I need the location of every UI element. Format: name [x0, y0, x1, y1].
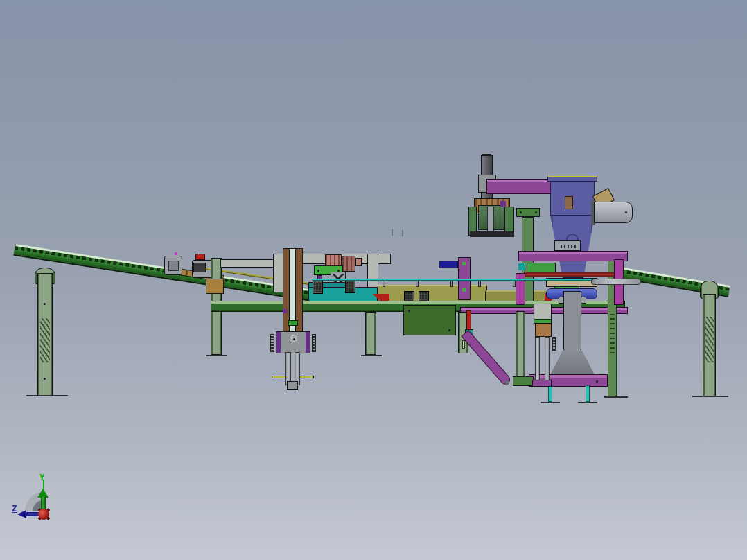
- left-leg-foot-line: [26, 395, 68, 396]
- conveyor-gearmotor-a: [164, 256, 182, 275]
- carriage-bolt: [293, 338, 295, 340]
- linkage-navy-bar: [439, 261, 458, 268]
- servo-motor-block-3: [355, 258, 362, 266]
- spring-bolt-left: [270, 334, 274, 352]
- conveyor-frame-rail: [13, 250, 310, 301]
- gripper-violet-chip: [500, 201, 506, 207]
- gripper-center-slide: [487, 207, 494, 231]
- distant-bolt-tick: [402, 230, 403, 236]
- hopper-upper-box: [550, 181, 595, 216]
- tower-right-foot-line: [604, 396, 628, 398]
- motor-indicator: [175, 252, 177, 255]
- left-conveyor-leg: [37, 273, 53, 396]
- carriage-center-block: [290, 335, 297, 342]
- post-slot: [462, 340, 465, 349]
- box-screw: [448, 329, 450, 331]
- table-guide-post: [478, 280, 481, 287]
- column-green-chip: [288, 320, 298, 326]
- conveyor-end-bracket: [206, 279, 224, 294]
- tower-left-post: [516, 311, 525, 380]
- lift-carriage: [276, 331, 310, 353]
- electrical-box: [403, 305, 456, 335]
- post-green-dot: [462, 288, 466, 292]
- leg-hatch-panel: [40, 318, 50, 362]
- gantry-post-b: [367, 254, 378, 288]
- y-axis-label: Y: [39, 473, 44, 482]
- clamp-beam-upper: [518, 251, 628, 261]
- tower-rod-b: [545, 337, 550, 383]
- post-green-dot: [462, 262, 466, 265]
- anchor-bolt: [548, 385, 552, 402]
- motor-b-gearbox: [193, 263, 206, 272]
- clamp-magenta-left: [516, 273, 525, 305]
- clamp-red-rails: [524, 272, 626, 277]
- rod-end-block: [287, 381, 298, 390]
- box-screw: [408, 310, 410, 312]
- leg-bolt-hole: [44, 303, 46, 305]
- chute-tip: [504, 380, 509, 385]
- column-purple-chip: [283, 309, 287, 313]
- origin-sphere: [38, 509, 49, 520]
- guide-rod-teal: [312, 279, 628, 281]
- clamp-teal-chip: [518, 263, 525, 270]
- carriage-flange: [306, 332, 310, 353]
- motor-face-plate: [168, 261, 179, 271]
- plate-bolt: [535, 211, 537, 213]
- leg-hatch-panel: [705, 317, 714, 362]
- tower-left-foot-plate: [513, 376, 534, 386]
- yellow-crossbar-left: [272, 376, 286, 378]
- lift-rod-right: [295, 352, 300, 385]
- cylinder-port: [625, 211, 627, 213]
- heatsink-motor-1: [313, 281, 323, 294]
- z-axis-arrowhead: [17, 510, 26, 518]
- plate-bolt: [317, 270, 319, 272]
- right-conveyor-leg: [703, 294, 716, 396]
- table-guide-post: [383, 280, 385, 287]
- discharge-chute: [461, 330, 512, 387]
- gripper-base-bar: [470, 231, 514, 237]
- cylinder-tan-block: [535, 323, 552, 337]
- cad-viewport[interactable]: Y Z: [0, 0, 747, 560]
- plate-bolt: [520, 211, 522, 213]
- hopper-access-chip: [565, 196, 573, 209]
- left-incline-conveyor: [13, 244, 311, 301]
- servo-motor-block-2: [342, 256, 355, 272]
- pedestal-base-flare: [549, 350, 596, 378]
- z-axis-label: Z: [12, 505, 17, 513]
- motor-b-cap: [195, 254, 205, 260]
- tower-spring-bolt: [552, 337, 556, 351]
- side-air-cylinder: [594, 202, 633, 223]
- heatsink-motor-2: [345, 280, 355, 293]
- tower-foot-line: [578, 402, 597, 403]
- anchor-bolt: [586, 385, 590, 402]
- control-label-block: [554, 240, 581, 251]
- leg-bolt-hole: [44, 378, 46, 380]
- tower-rod-foot: [532, 380, 552, 387]
- pedestal-column: [563, 291, 581, 355]
- frame-foot-line: [361, 355, 382, 356]
- chute-red-strip: [466, 310, 471, 331]
- label-tick-marks: [561, 245, 576, 248]
- base-bolt: [596, 380, 598, 383]
- lift-rod-left: [285, 352, 291, 385]
- distant-bolt-tick: [392, 229, 393, 236]
- spring-bolt-right: [312, 334, 316, 352]
- frame-leg-mid: [365, 312, 376, 355]
- hopper-side-plate: [516, 208, 540, 217]
- frame-foot-line: [206, 355, 227, 356]
- table-guide-post: [416, 280, 419, 287]
- table-guide-post: [450, 280, 453, 287]
- tower-foot-line: [541, 402, 560, 403]
- right-leg-foot-line: [692, 396, 728, 397]
- yellow-crossbar-right: [299, 376, 314, 378]
- carriage-flange: [276, 332, 281, 353]
- tower-rod-a: [535, 337, 540, 383]
- transfer-rod: [591, 279, 641, 285]
- post-ladder-slots: [610, 314, 615, 357]
